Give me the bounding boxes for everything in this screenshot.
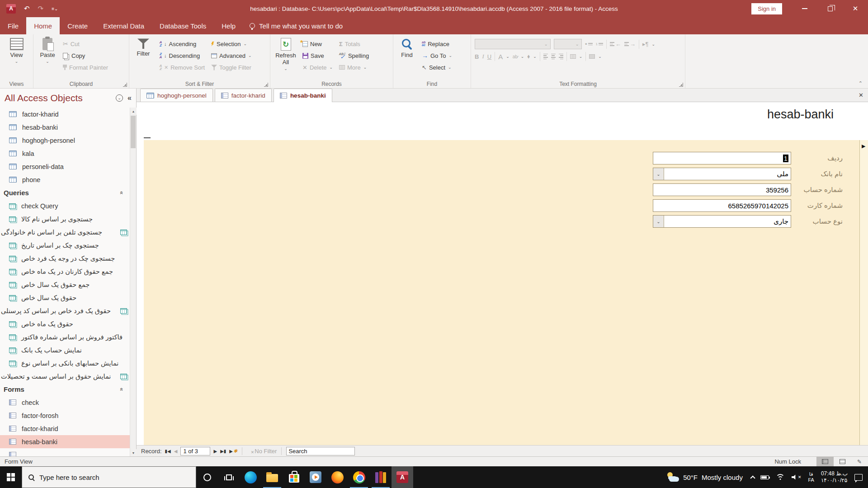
close-tab-icon[interactable]: ✕ bbox=[859, 92, 863, 99]
nav-item-query[interactable]: جستجوی بر اساس نام کالا bbox=[0, 212, 130, 225]
filter-button[interactable]: Filter bbox=[133, 37, 154, 57]
file-explorer-taskbar-button[interactable] bbox=[261, 466, 283, 488]
restore-button[interactable] bbox=[817, 0, 843, 17]
dialog-launcher-icon[interactable] bbox=[264, 83, 268, 87]
tab-external-data[interactable]: External Data bbox=[95, 17, 152, 34]
ascending-button[interactable]: AZ↓ Ascending bbox=[157, 39, 206, 49]
nav-item-table[interactable]: phone bbox=[0, 173, 130, 186]
taskbar-clock[interactable]: ب.ظ 07:48 ۱۴۰۰/۱۰/۲۵ bbox=[821, 470, 848, 484]
tell-me-box[interactable]: Tell me what you want to do bbox=[243, 17, 349, 34]
paste-button[interactable]: Paste ⌄ bbox=[37, 37, 58, 63]
record-search-input[interactable] bbox=[286, 447, 355, 455]
winrar-taskbar-button[interactable] bbox=[370, 466, 392, 488]
nav-item-form-selected[interactable]: hesab-banki bbox=[0, 435, 130, 448]
collapse-group-icon[interactable]: « bbox=[118, 388, 125, 391]
next-record-button[interactable]: ▶ bbox=[213, 449, 217, 454]
tab-database-tools[interactable]: Database Tools bbox=[152, 17, 214, 34]
scroll-up-icon[interactable]: ▲ bbox=[130, 108, 137, 115]
selection-button[interactable]: Selection ⌄ bbox=[210, 39, 253, 49]
layout-view-button[interactable]: ✎ bbox=[851, 457, 868, 467]
nav-item-table[interactable]: factor-kharid bbox=[0, 108, 130, 121]
radif-textbox[interactable]: 1 bbox=[653, 152, 791, 164]
shutter-close-icon[interactable]: « bbox=[127, 94, 132, 102]
scroll-down-icon[interactable]: ▼ bbox=[130, 449, 137, 456]
access-taskbar-button[interactable]: A bbox=[392, 466, 413, 488]
nav-item-query[interactable]: جمع حقوق یک سال خاص bbox=[0, 278, 130, 291]
last-record-button[interactable]: ▶▮ bbox=[220, 449, 226, 454]
tab-create[interactable]: Create bbox=[60, 17, 95, 34]
collapse-ribbon-icon[interactable]: ⌃ bbox=[859, 80, 863, 86]
volume-muted-icon[interactable]: ✕ bbox=[792, 474, 802, 480]
nav-group-forms[interactable]: Forms« bbox=[0, 383, 130, 396]
refresh-all-button[interactable]: ↻ Refresh All ⌄ bbox=[274, 37, 297, 70]
edge-taskbar-button[interactable] bbox=[240, 466, 261, 488]
close-button[interactable]: ✕ bbox=[843, 0, 868, 17]
language-indicator[interactable]: فا FA bbox=[808, 471, 814, 483]
tab-help[interactable]: Help bbox=[214, 17, 243, 34]
nav-item-query[interactable]: جستجوی چک بر اساس تاریخ bbox=[0, 239, 130, 252]
battery-icon[interactable] bbox=[760, 475, 769, 479]
chevron-down-icon[interactable]: ⌄ bbox=[653, 168, 664, 180]
undo-icon[interactable]: ↶ bbox=[24, 5, 30, 13]
nav-item-form[interactable]: factor-kharid bbox=[0, 422, 130, 435]
minimize-button[interactable] bbox=[792, 0, 817, 17]
firefox-taskbar-button[interactable] bbox=[326, 466, 348, 488]
nav-item-query[interactable]: جمع حقوق کارنان در یک ماه خاص bbox=[0, 265, 130, 278]
dialog-launcher-icon[interactable] bbox=[123, 83, 127, 87]
spelling-button[interactable]: ABC✓ Spelling bbox=[338, 51, 370, 61]
card-number-textbox[interactable]: 6585265970142025 bbox=[653, 199, 791, 212]
collapse-group-icon[interactable]: « bbox=[118, 191, 125, 194]
cortana-button[interactable] bbox=[196, 466, 218, 488]
new-record-button[interactable]: New bbox=[301, 39, 334, 49]
account-type-combobox[interactable]: ⌄ جاری bbox=[653, 215, 791, 228]
form-view-button[interactable] bbox=[816, 457, 834, 467]
show-hidden-icons-icon[interactable] bbox=[750, 475, 755, 480]
nav-item-query[interactable]: جستجوی تلفن بر اساس نام خانوادگی bbox=[0, 225, 130, 239]
font-size-combobox[interactable]: ⌄ bbox=[554, 39, 582, 49]
task-view-button[interactable] bbox=[218, 466, 240, 488]
nav-scrollbar[interactable]: ▲ ▼ bbox=[130, 108, 136, 456]
nav-item-form[interactable] bbox=[0, 448, 130, 456]
select-button[interactable]: ↖ Select ⌄ bbox=[420, 62, 453, 72]
start-button[interactable] bbox=[0, 466, 22, 488]
find-button[interactable]: Find bbox=[397, 37, 417, 58]
doc-tab-hesab-banki[interactable]: hesab-banki bbox=[274, 89, 332, 102]
first-record-button[interactable]: ▮◀ bbox=[165, 449, 171, 454]
sign-in-button[interactable]: Sign in bbox=[751, 3, 782, 14]
nav-item-query[interactable]: جستجوی چک در وجه یک فرد خاص bbox=[0, 252, 130, 265]
record-selector-bar[interactable]: ▶ bbox=[859, 140, 868, 445]
replace-button[interactable]: abac Replace bbox=[420, 39, 453, 49]
datasheet-view-button[interactable] bbox=[834, 457, 851, 467]
nav-item-table[interactable]: hesab-banki bbox=[0, 121, 130, 134]
scrollbar-thumb[interactable] bbox=[131, 116, 136, 148]
nav-item-query[interactable]: نمایش حساب یک بانک bbox=[0, 343, 130, 357]
media-player-taskbar-button[interactable] bbox=[305, 466, 326, 488]
nav-item-query[interactable]: نمایش حقوق بر اساس سمت و تحصیلات bbox=[0, 370, 130, 383]
nav-item-table[interactable]: kala bbox=[0, 147, 130, 160]
nav-item-table[interactable]: personeli-data bbox=[0, 160, 130, 173]
nav-item-query[interactable]: نمایش حسابهای بانکی بر اساس نوع bbox=[0, 357, 130, 370]
bank-name-combobox[interactable]: ⌄ ملی bbox=[653, 168, 791, 180]
tab-file[interactable]: File bbox=[0, 17, 26, 34]
nav-item-table[interactable]: hoghogh-personel bbox=[0, 134, 130, 147]
copy-button[interactable]: Copy bbox=[61, 51, 109, 61]
new-blank-record-button[interactable]: ▶✱ bbox=[229, 448, 237, 454]
weather-widget[interactable]: 50°F Mostly cloudy bbox=[666, 472, 743, 482]
store-taskbar-button[interactable] bbox=[283, 466, 305, 488]
wifi-icon[interactable] bbox=[776, 474, 785, 480]
customize-qat-icon[interactable]: ≡⌄ bbox=[52, 6, 58, 11]
nav-item-query[interactable]: حقوق یک ماه خاص bbox=[0, 317, 130, 330]
nav-item-form[interactable]: factor-forosh bbox=[0, 409, 130, 422]
doc-tab-factor-kharid[interactable]: factor-kharid bbox=[215, 89, 272, 102]
account-number-textbox[interactable]: 359256 bbox=[653, 183, 791, 196]
action-center-icon[interactable] bbox=[854, 474, 863, 481]
nav-item-query[interactable]: حقوق یک سال خاص bbox=[0, 291, 130, 304]
save-record-button[interactable]: Save bbox=[301, 51, 334, 61]
nav-item-query[interactable]: فاکتور فروش بر اساس شماره فاکتور bbox=[0, 330, 130, 343]
doc-tab-hoghogh-personel[interactable]: hoghogh-personel bbox=[140, 89, 213, 102]
descending-button[interactable]: ZA↓ Descending bbox=[157, 51, 206, 61]
tab-home[interactable]: Home bbox=[26, 17, 60, 34]
font-name-combobox[interactable]: ⌄ bbox=[475, 39, 551, 49]
advanced-button[interactable]: Advanced ⌄ bbox=[210, 51, 253, 61]
nav-item-query[interactable]: check Query bbox=[0, 199, 130, 212]
